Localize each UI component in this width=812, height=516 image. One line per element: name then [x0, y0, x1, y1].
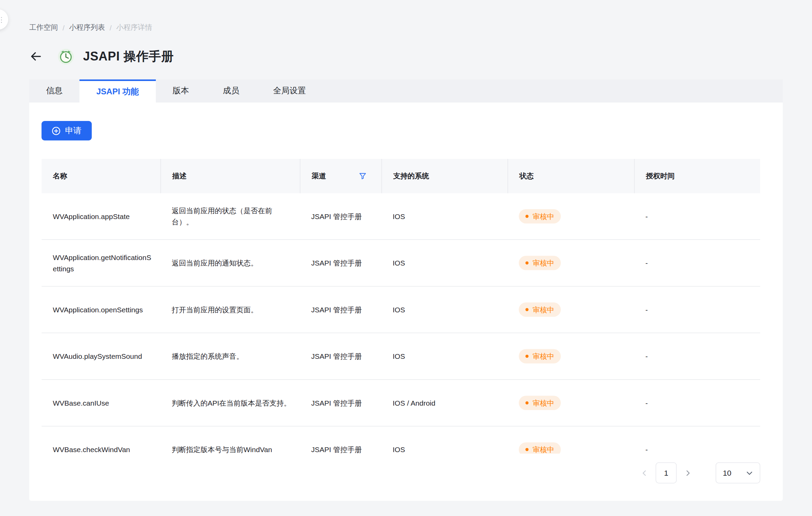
cell-auth-time: -	[634, 193, 760, 240]
chevron-left-icon	[641, 469, 648, 476]
cell-name: WVBase.canIUse	[42, 380, 161, 426]
cell-auth-time: -	[634, 380, 760, 426]
plus-circle-icon	[52, 126, 61, 135]
pagination: 1 10	[637, 462, 760, 484]
cell-description: 返回当前应用的通知状态。	[161, 240, 300, 286]
column-header-name: 名称	[42, 159, 161, 193]
cell-supported-os: IOS	[381, 240, 508, 286]
next-page-button[interactable]	[681, 466, 695, 480]
column-header-description: 描述	[161, 159, 300, 193]
cell-auth-time: -	[634, 287, 760, 333]
tab-info[interactable]: 信息	[29, 80, 80, 103]
chevron-right-icon	[685, 469, 692, 476]
column-header-supported-os: 支持的系统	[381, 159, 508, 193]
breadcrumb: 工作空间 / 小程序列表 / 小程序详情	[29, 23, 152, 32]
page-size-value: 10	[723, 469, 731, 477]
cell-status: 审核中	[508, 333, 634, 379]
cell-status: 审核中	[508, 426, 634, 454]
cell-supported-os: IOS / Android	[381, 380, 508, 426]
cell-name: WVApplication.appState	[42, 193, 161, 240]
breadcrumb-miniapp-detail: 小程序详情	[116, 23, 152, 32]
tab-jsapi-features[interactable]: JSAPI 功能	[80, 80, 156, 103]
status-dot-icon	[526, 355, 529, 358]
tab-bar: 信息 JSAPI 功能 版本 成员 全局设置	[29, 80, 783, 103]
table-row: WVBase.canIUse 判断传入的API在当前版本是否支持。 JSAPI …	[42, 380, 760, 427]
page-header: JSAPI 操作手册	[29, 48, 174, 65]
column-header-status: 状态	[508, 159, 634, 193]
filter-icon[interactable]	[359, 172, 367, 180]
status-badge: 审核中	[519, 443, 561, 454]
chevron-down-icon	[746, 469, 753, 476]
floating-widget[interactable]: ⋮	[0, 9, 8, 30]
app-window: ⋮ 工作空间 / 小程序列表 / 小程序详情 JSAPI 操作手册	[0, 0, 812, 516]
tab-versions[interactable]: 版本	[156, 80, 206, 103]
table-row: WVAudio.playSystemSound 播放指定的系统声音。 JSAPI…	[42, 333, 760, 380]
cell-channel: JSAPI 管控手册	[300, 426, 382, 454]
page-size-select[interactable]: 10	[716, 462, 760, 484]
cell-supported-os: IOS	[381, 193, 508, 240]
cell-status: 审核中	[508, 240, 634, 286]
status-badge: 审核中	[519, 256, 561, 270]
status-badge: 审核中	[519, 396, 561, 410]
table-row: WVApplication.getNotificationSettings 返回…	[42, 240, 760, 287]
cell-status: 审核中	[508, 193, 634, 240]
page-title: JSAPI 操作手册	[83, 48, 174, 65]
apply-button-label: 申请	[65, 125, 82, 136]
cell-description: 判断传入的API在当前版本是否支持。	[161, 380, 300, 426]
breadcrumb-workspace[interactable]: 工作空间	[29, 23, 58, 32]
cell-channel: JSAPI 管控手册	[300, 333, 382, 379]
cell-description: 判断指定版本号与当前WindVan	[161, 426, 300, 454]
cell-name: WVApplication.getNotificationSettings	[42, 240, 161, 286]
breadcrumb-separator: /	[110, 24, 112, 32]
table-row: WVBase.checkWindVan 判断指定版本号与当前WindVan JS…	[42, 426, 760, 454]
table-header: 名称 描述 渠道 支持的系统 状态 授权时间	[42, 159, 760, 193]
cell-supported-os: IOS	[381, 426, 508, 454]
cell-channel: JSAPI 管控手册	[300, 240, 382, 286]
cell-channel: JSAPI 管控手册	[300, 380, 382, 426]
status-badge: 审核中	[519, 349, 561, 364]
page-number-button[interactable]: 1	[656, 462, 677, 484]
cell-description: 打开当前应用的设置页面。	[161, 287, 300, 333]
cell-auth-time: -	[634, 426, 760, 454]
status-dot-icon	[526, 261, 529, 264]
prev-page-button[interactable]	[637, 466, 652, 480]
cell-name: WVApplication.openSettings	[42, 287, 161, 333]
content-card: 申请 名称 描述 渠道 支持的系统 状态 授权时间 WV	[29, 103, 783, 501]
cell-status: 审核中	[508, 380, 634, 426]
jsapi-table: 名称 描述 渠道 支持的系统 状态 授权时间 WVApplication.app…	[42, 159, 760, 454]
cell-channel: JSAPI 管控手册	[300, 193, 382, 240]
breadcrumb-miniapp-list[interactable]: 小程序列表	[69, 23, 105, 32]
status-dot-icon	[526, 308, 529, 311]
table-row: WVApplication.openSettings 打开当前应用的设置页面。 …	[42, 287, 760, 334]
cell-channel: JSAPI 管控手册	[300, 287, 382, 333]
back-arrow-icon	[29, 50, 43, 63]
status-badge: 审核中	[519, 209, 561, 223]
column-header-channel: 渠道	[300, 159, 382, 193]
miniapp-logo-icon	[58, 49, 74, 65]
cell-supported-os: IOS	[381, 333, 508, 379]
cell-supported-os: IOS	[381, 287, 508, 333]
cell-auth-time: -	[634, 333, 760, 379]
status-dot-icon	[526, 448, 529, 451]
breadcrumb-separator: /	[63, 24, 65, 32]
table-row: WVApplication.appState 返回当前应用的状态（是否在前台）。…	[42, 193, 760, 240]
tab-global-settings[interactable]: 全局设置	[256, 80, 323, 103]
status-dot-icon	[526, 402, 529, 405]
cell-description: 返回当前应用的状态（是否在前台）。	[161, 193, 300, 240]
status-dot-icon	[526, 215, 529, 218]
tab-members[interactable]: 成员	[206, 80, 256, 103]
column-header-auth-time: 授权时间	[634, 159, 760, 193]
apply-button[interactable]: 申请	[42, 121, 92, 140]
status-badge: 审核中	[519, 302, 561, 317]
cell-name: WVAudio.playSystemSound	[42, 333, 161, 379]
cell-auth-time: -	[634, 240, 760, 286]
cell-name: WVBase.checkWindVan	[42, 426, 161, 454]
back-button[interactable]	[29, 49, 44, 64]
cell-status: 审核中	[508, 287, 634, 333]
cell-description: 播放指定的系统声音。	[161, 333, 300, 379]
